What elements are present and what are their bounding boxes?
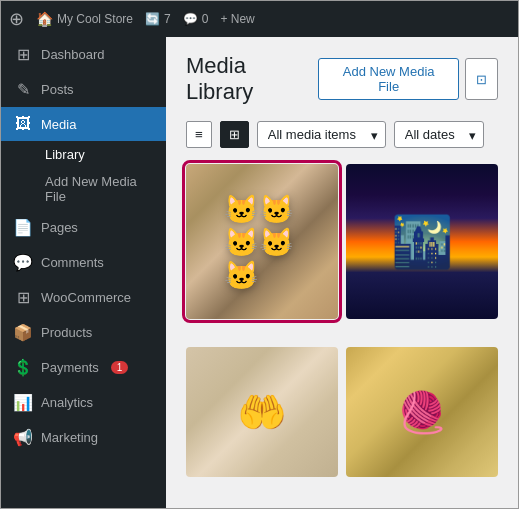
analytics-icon: 📊 xyxy=(13,393,33,412)
new-link[interactable]: + New xyxy=(220,12,254,26)
media-icon: 🖼 xyxy=(13,115,33,133)
sidebar-item-label: Posts xyxy=(41,82,74,97)
sidebar-item-woocommerce[interactable]: ⊞ WooCommerce xyxy=(1,280,166,315)
top-bar: ⊕ 🏠 My Cool Store 🔄 7 💬 0 + New xyxy=(1,1,518,37)
grid-partial-button[interactable]: ⊡ xyxy=(465,58,498,100)
sidebar-item-label: Media xyxy=(41,117,76,132)
sidebar-item-label: Marketing xyxy=(41,430,98,445)
sidebar-item-dashboard[interactable]: ⊞ Dashboard xyxy=(1,37,166,72)
sidebar-item-analytics[interactable]: 📊 Analytics xyxy=(1,385,166,420)
page-title: Media Library xyxy=(186,53,318,105)
main-layout: ⊞ Dashboard ✎ Posts 🖼 Media Library Add … xyxy=(1,37,518,508)
media-item-hands[interactable] xyxy=(186,347,338,477)
content-toolbar: ≡ ⊞ All media items All dates xyxy=(166,113,518,156)
sidebar-item-marketing[interactable]: 📢 Marketing xyxy=(1,420,166,455)
grid-view-button[interactable]: ⊞ xyxy=(220,121,249,148)
comments-icon: 💬 xyxy=(183,12,198,26)
sidebar-item-products[interactable]: 📦 Products xyxy=(1,315,166,350)
sidebar-item-label: Pages xyxy=(41,220,78,235)
comments-icon: 💬 xyxy=(13,253,33,272)
sidebar: ⊞ Dashboard ✎ Posts 🖼 Media Library Add … xyxy=(1,37,166,508)
wordpress-icon[interactable]: ⊕ xyxy=(9,8,24,30)
products-icon: 📦 xyxy=(13,323,33,342)
sidebar-item-label: Payments xyxy=(41,360,99,375)
grid-partial-icon: ⊡ xyxy=(476,72,487,87)
sidebar-item-label: WooCommerce xyxy=(41,290,131,305)
sidebar-active-arrow xyxy=(158,116,166,132)
dashboard-icon: ⊞ xyxy=(13,45,33,64)
sidebar-library-link[interactable]: Library xyxy=(13,141,166,168)
sidebar-item-pages[interactable]: 📄 Pages xyxy=(1,210,166,245)
updates-link[interactable]: 🔄 7 xyxy=(145,12,171,26)
payments-icon: 💲 xyxy=(13,358,33,377)
grid-view-icon: ⊞ xyxy=(229,127,240,142)
media-type-filter[interactable]: All media items xyxy=(257,121,386,148)
posts-icon: ✎ xyxy=(13,80,33,99)
store-name: My Cool Store xyxy=(57,12,133,26)
app-container: ⊕ 🏠 My Cool Store 🔄 7 💬 0 + New ⊞ Dashbo… xyxy=(0,0,519,509)
comments-link[interactable]: 💬 0 xyxy=(183,12,209,26)
new-label: + New xyxy=(220,12,254,26)
store-link[interactable]: 🏠 My Cool Store xyxy=(36,11,133,27)
sidebar-add-new-link[interactable]: Add New Media File xyxy=(13,168,166,210)
header-actions: Add New Media File ⊡ xyxy=(318,58,498,100)
list-view-button[interactable]: ≡ xyxy=(186,121,212,148)
list-view-icon: ≡ xyxy=(195,127,203,142)
media-item-weaving[interactable] xyxy=(346,347,498,477)
sidebar-item-posts[interactable]: ✎ Posts xyxy=(1,72,166,107)
woocommerce-icon: ⊞ xyxy=(13,288,33,307)
pages-icon: 📄 xyxy=(13,218,33,237)
add-new-media-button[interactable]: Add New Media File xyxy=(318,58,459,100)
media-item-city[interactable] xyxy=(346,164,498,319)
sidebar-item-payments[interactable]: 💲 Payments 1 xyxy=(1,350,166,385)
date-filter[interactable]: All dates xyxy=(394,121,484,148)
content-area: Media Library Add New Media File ⊡ ≡ ⊞ xyxy=(166,37,518,508)
sidebar-item-label: Dashboard xyxy=(41,47,105,62)
updates-count: 7 xyxy=(164,12,171,26)
content-header: Media Library Add New Media File ⊡ xyxy=(166,37,518,113)
comments-count: 0 xyxy=(202,12,209,26)
sidebar-item-media[interactable]: 🖼 Media xyxy=(1,107,166,141)
sidebar-item-label: Analytics xyxy=(41,395,93,410)
sidebar-item-label: Comments xyxy=(41,255,104,270)
media-type-filter-wrapper: All media items xyxy=(257,121,386,148)
payments-badge: 1 xyxy=(111,361,129,374)
date-filter-wrapper: All dates xyxy=(394,121,484,148)
media-grid xyxy=(166,156,518,508)
sidebar-item-label: Products xyxy=(41,325,92,340)
media-item-kittens[interactable] xyxy=(186,164,338,319)
marketing-icon: 📢 xyxy=(13,428,33,447)
sidebar-item-comments[interactable]: 💬 Comments xyxy=(1,245,166,280)
sidebar-media-submenu: Library Add New Media File xyxy=(1,141,166,210)
home-icon: 🏠 xyxy=(36,11,53,27)
updates-icon: 🔄 xyxy=(145,12,160,26)
